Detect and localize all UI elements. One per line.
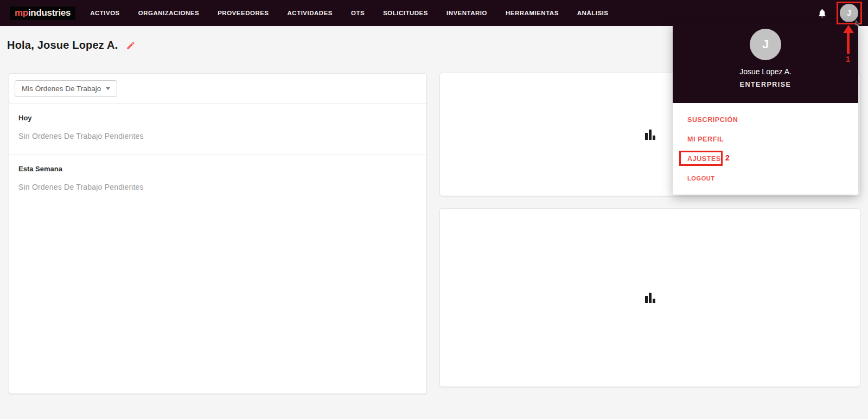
- main-nav: ACTIVOS ORGANIZACIONES PROVEEDORES ACTIV…: [90, 10, 608, 16]
- workorders-section-week: Esta Semana Sin Ordenes De Trabajo Pendi…: [9, 154, 426, 205]
- nav-item-ots[interactable]: OTS: [351, 10, 365, 16]
- user-menu-header: J Josue Lopez A. ENTERPRISE: [673, 22, 858, 103]
- annotation-arrow-1-head: [843, 25, 854, 33]
- notifications-bell-icon[interactable]: [817, 8, 827, 19]
- chevron-down-icon: [106, 87, 110, 90]
- nav-item-organizaciones[interactable]: ORGANIZACIONES: [138, 10, 199, 16]
- section-title: Esta Semana: [18, 165, 417, 173]
- edit-pencil-icon[interactable]: [126, 41, 136, 50]
- user-avatar-large: J: [750, 29, 781, 60]
- annotation-arrow-1-shaft: [847, 33, 850, 54]
- nav-item-solicitudes[interactable]: SOLICITUDES: [383, 10, 428, 16]
- user-name: Josue Lopez A.: [739, 67, 792, 76]
- user-dropdown-menu: J Josue Lopez A. ENTERPRISE SUSCRIPCIÓN …: [673, 22, 858, 195]
- chart-card-bottom: [439, 208, 860, 387]
- workorders-card: Mis Órdenes De Trabajo Hoy Sin Ordenes D…: [9, 73, 427, 394]
- workorders-card-header: Mis Órdenes De Trabajo: [9, 74, 426, 104]
- bar-chart-icon: [645, 292, 655, 303]
- logo-industries: industries: [28, 8, 71, 18]
- app-logo[interactable]: mpindustries: [10, 7, 75, 20]
- menu-item-suscripcion[interactable]: SUSCRIPCIÓN: [673, 110, 858, 130]
- user-menu-items: SUSCRIPCIÓN MI PERFIL AJUSTES LOGOUT: [673, 103, 858, 195]
- nav-item-actividades[interactable]: ACTIVIDADES: [288, 10, 333, 16]
- page-header: Hola, Josue Lopez A.: [7, 39, 136, 51]
- nav-item-herramientas[interactable]: HERRAMIENTAS: [506, 10, 559, 16]
- annotation-box-2: [679, 151, 723, 166]
- mouse-cursor-icon: [854, 20, 861, 28]
- logo-mp: mp: [15, 8, 28, 18]
- empty-state-text: Sin Ordenes De Trabajo Pendientes: [18, 183, 417, 191]
- nav-item-proveedores[interactable]: PROVEEDORES: [218, 10, 269, 16]
- workorders-filter-dropdown[interactable]: Mis Órdenes De Trabajo: [15, 80, 117, 97]
- annotation-label-2: 2: [725, 153, 730, 162]
- workorders-filter-label: Mis Órdenes De Trabajo: [22, 85, 101, 93]
- page-title: Hola, Josue Lopez A.: [7, 39, 118, 51]
- annotation-label-1: 1: [846, 55, 850, 63]
- empty-state-text: Sin Ordenes De Trabajo Pendientes: [18, 132, 417, 140]
- section-title: Hoy: [18, 114, 417, 122]
- menu-item-mi-perfil[interactable]: MI PERFIL: [673, 130, 858, 149]
- nav-item-inventario[interactable]: INVENTARIO: [446, 10, 487, 16]
- workorders-section-today: Hoy Sin Ordenes De Trabajo Pendientes: [9, 104, 426, 154]
- menu-item-logout[interactable]: LOGOUT: [673, 169, 858, 188]
- nav-item-analisis[interactable]: ANÁLISIS: [577, 10, 609, 16]
- subscription-plan-badge: ENTERPRISE: [740, 81, 792, 88]
- bar-chart-icon: [645, 129, 655, 140]
- nav-item-activos[interactable]: ACTIVOS: [90, 10, 120, 16]
